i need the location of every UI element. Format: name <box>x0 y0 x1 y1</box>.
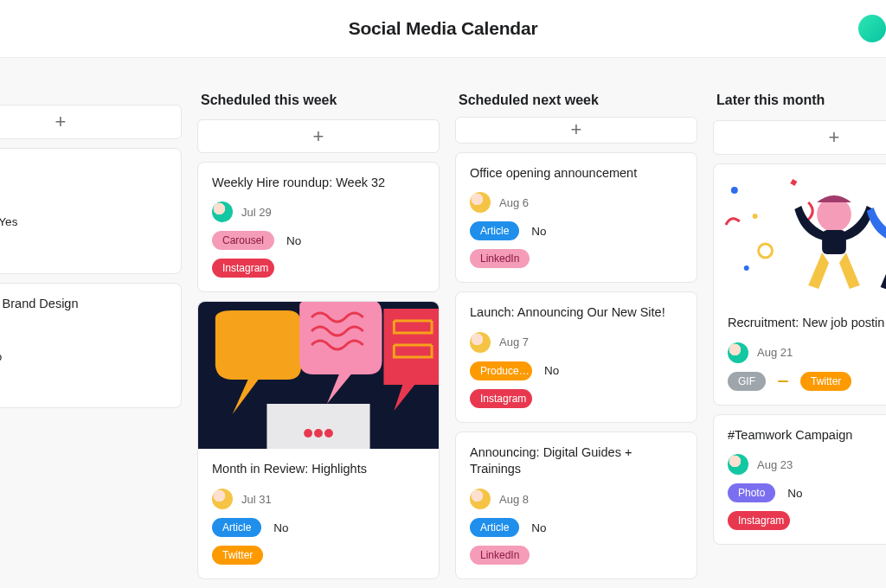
svg-point-9 <box>753 214 758 219</box>
card-field-row: No <box>0 347 167 366</box>
user-avatar[interactable] <box>858 15 886 42</box>
assignee-avatar[interactable] <box>728 454 748 475</box>
card-title: Building Brand Design <box>0 296 167 313</box>
card-field-row: m <box>0 240 167 259</box>
channel-pill: Instagram <box>470 389 532 408</box>
card-title: Recruitment: New job postin <box>728 315 886 332</box>
card-field-row: LinkedIn <box>470 546 683 565</box>
column: Scheduled next week + Office opening ann… <box>455 84 697 588</box>
assignee-avatar[interactable] <box>470 332 491 353</box>
card-meta: Aug 6 <box>470 192 683 213</box>
svg-point-3 <box>314 429 323 438</box>
topbar: Social Media Calendar <box>0 0 886 58</box>
card-meta: Aug 21 <box>728 342 886 363</box>
card-field-row: Twitter <box>212 546 425 565</box>
plus-icon: + <box>55 111 67 133</box>
type-pill: Produce… <box>470 361 532 380</box>
due-date: Aug 7 <box>499 336 529 348</box>
channel-pill: Instagram <box>212 259 274 278</box>
card-field-row: Instagram <box>728 511 886 530</box>
type-pill: Article <box>470 518 519 537</box>
card-meta: Aug 8 <box>470 489 683 509</box>
card[interactable]: Weekly Hire roundup: Week 32 Jul 29 Caro… <box>197 162 440 293</box>
svg-rect-14 <box>822 230 846 254</box>
card[interactable]: Building Brand Design No <box>0 283 182 409</box>
field-value: No <box>544 364 559 377</box>
column-title: Later this month <box>713 84 886 120</box>
type-pill: Photo <box>728 483 775 502</box>
add-card-button[interactable]: + <box>197 119 440 153</box>
field-value: No <box>531 225 546 238</box>
card-cover-image <box>714 164 886 303</box>
card-title: Launch: Announcing Our New Site! <box>470 304 683 322</box>
column-title: Scheduled next week <box>455 84 697 117</box>
due-date: Aug 21 <box>757 346 793 359</box>
field-value: No <box>531 521 546 534</box>
assignee-avatar[interactable] <box>212 201 233 222</box>
svg-point-2 <box>304 429 312 438</box>
type-pill: Article <box>470 221 519 240</box>
svg-rect-1 <box>266 404 369 449</box>
card-title: #Teamwork Campaign <box>728 427 886 444</box>
channel-pill: LinkedIn <box>470 249 530 268</box>
card-field-row: Article No <box>470 518 683 537</box>
column: Scheduled this week + Weekly Hire roundu… <box>197 84 440 588</box>
card-title: Month in Review: Highlights <box>212 461 425 478</box>
card[interactable]: Recruitment: New job postin Aug 21 GIF T… <box>713 163 886 406</box>
add-card-button[interactable]: + <box>713 120 886 155</box>
card-title: ce tour <box>0 161 167 178</box>
card[interactable]: Month in Review: Highlights Jul 31 Artic… <box>197 301 440 579</box>
svg-point-6 <box>731 187 738 194</box>
add-card-button[interactable]: + <box>455 117 697 144</box>
channel-pill: Twitter <box>800 372 851 391</box>
column-title <box>0 84 182 105</box>
plus-icon: + <box>829 126 840 149</box>
card-meta: Jul 31 <box>212 489 425 509</box>
card-field-row: GIF Twitter <box>728 372 886 391</box>
card-field-row: Instagram <box>212 259 425 278</box>
card-field-row: Article No <box>470 221 683 240</box>
assignee-avatar[interactable] <box>470 489 491 509</box>
assignee-avatar[interactable] <box>728 342 748 363</box>
assignee-avatar[interactable] <box>470 192 491 213</box>
field-value: No <box>0 350 2 363</box>
channel-pill: Twitter <box>212 546 263 565</box>
column: Later this month + <box>713 84 886 588</box>
page-title: Social Media Calendar <box>349 18 538 39</box>
card-field-row: Article No <box>212 518 425 537</box>
due-date: Aug 8 <box>499 493 529 506</box>
card-meta: Aug 7 <box>470 332 683 353</box>
board: + ce tour eo Yes m Building Brand Design <box>0 58 886 588</box>
card[interactable]: Announcing: Digital Guides + Trainings A… <box>455 431 697 579</box>
card[interactable]: #Teamwork Campaign Aug 23 Photo No Insta… <box>713 414 886 546</box>
svg-point-4 <box>324 429 333 438</box>
due-date: Jul 31 <box>241 493 272 506</box>
card-title: Office opening announcement <box>470 165 683 182</box>
svg-point-10 <box>744 265 749 271</box>
card[interactable]: ce tour eo Yes m <box>0 148 182 274</box>
assignee-avatar[interactable] <box>212 489 233 509</box>
card-meta: Aug 23 <box>728 454 886 475</box>
card-meta: Jul 29 <box>212 201 425 222</box>
board-columns: + ce tour eo Yes m Building Brand Design <box>0 58 886 588</box>
due-date: Jul 29 <box>241 206 272 219</box>
field-value: No <box>286 234 301 247</box>
card-field-row: LinkedIn <box>470 249 683 268</box>
card-title: Weekly Hire roundup: Week 32 <box>212 175 425 192</box>
card-cover-image <box>198 302 439 449</box>
card[interactable]: Office opening announcement Aug 6 Articl… <box>455 152 697 284</box>
separator-icon <box>778 380 788 382</box>
add-card-button[interactable]: + <box>0 105 182 139</box>
channel-pill: LinkedIn <box>470 546 530 565</box>
column: + ce tour eo Yes m Building Brand Design <box>0 84 182 588</box>
type-pill: Carousel <box>212 231 274 250</box>
card-field-row: Carousel No <box>212 231 425 250</box>
card-title: Announcing: Digital Guides + Trainings <box>470 444 683 478</box>
plus-icon: + <box>571 118 582 141</box>
channel-pill: Instagram <box>728 511 790 530</box>
due-date: Aug 23 <box>757 458 793 471</box>
card-field-row: eo Yes <box>0 213 167 232</box>
column-title: Scheduled this week <box>197 84 440 119</box>
field-value: No <box>273 521 288 534</box>
card[interactable]: Launch: Announcing Our New Site! Aug 7 P… <box>455 291 697 423</box>
